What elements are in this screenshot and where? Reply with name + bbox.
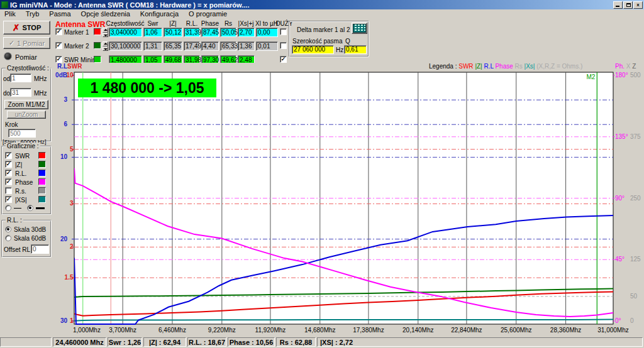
app-icon	[1, 1, 8, 8]
marker-value-cell: 31,39	[184, 28, 200, 37]
app-window: IG miniVNA - Mode : Antenna SWR ( COM18 …	[0, 0, 644, 348]
step-label: Krok	[5, 121, 18, 128]
to-frequency-input[interactable]	[10, 88, 31, 97]
x-tick-label: 6,460Mhz	[158, 327, 186, 334]
vna-plot[interactable]: M21 480 000 -> 1,050dB36102030105321.511…	[53, 63, 644, 336]
row-label: Marker 2	[64, 43, 89, 50]
marker-frequency-input[interactable]	[109, 28, 142, 37]
menu-item-plik[interactable]: Plik	[4, 10, 16, 18]
frequency-group-title: Częstotliwość :	[6, 65, 50, 72]
z-tick-label: 125	[630, 256, 641, 263]
calculator-button[interactable]	[352, 23, 367, 34]
traces-group-title: Graficznie :	[6, 143, 40, 150]
measure-led	[4, 52, 12, 60]
phase-tick-label: 45°	[615, 256, 625, 263]
phase-tick-label: 90°	[615, 195, 625, 202]
spin-down-icon[interactable]	[103, 46, 108, 52]
plot-area[interactable]	[74, 72, 613, 324]
marker-color-swatch	[94, 42, 101, 49]
offset-rl-input[interactable]	[31, 244, 49, 254]
rl-scale-group-title: R.L. :	[6, 217, 23, 224]
trace-checkbox-rs[interactable]	[5, 187, 12, 194]
menu-bar: PlikTrybPasmaOpcje śledzeniaKonfiguracja…	[0, 9, 644, 18]
duzy-checkbox-2[interactable]	[280, 42, 287, 49]
duzy-checkbox-1[interactable]	[280, 28, 287, 35]
menu-item-pasma[interactable]: Pasma	[49, 10, 70, 18]
row-checkbox-2[interactable]: ✓	[55, 42, 62, 49]
trace-label: R.L.	[15, 170, 26, 177]
close-icon: x	[636, 2, 639, 8]
x-tick-label: 11,920Mhz	[255, 327, 286, 334]
hz-label: Hz	[336, 46, 343, 53]
marker-frequency-input[interactable]	[109, 41, 142, 51]
x-tick-label: 9,220Mhz	[208, 327, 236, 334]
trace-label: |Z|	[15, 161, 22, 168]
thin-line-radio[interactable]	[5, 205, 11, 211]
row-checkbox-1[interactable]: ✓	[55, 28, 62, 35]
status-field: Rs : 62,88	[276, 337, 316, 347]
trace-label: |XS|	[15, 197, 27, 204]
menu-item-opcje-śledzenia[interactable]: Opcje śledzenia	[81, 10, 130, 18]
menu-item-o-programie[interactable]: O programie	[189, 10, 227, 18]
stop-button[interactable]: ✗ STOP	[3, 21, 50, 35]
column-header: Xl to µH	[255, 20, 278, 27]
column-header: Swr	[147, 20, 158, 27]
q-value: 0,61	[344, 45, 367, 54]
status-field: |Z| : 62,94	[143, 337, 186, 347]
from-frequency-input[interactable]	[10, 73, 31, 82]
menu-item-konfiguracja[interactable]: Konfiguracja	[140, 10, 179, 18]
single-measure-label: 1 Pomiar	[17, 40, 45, 47]
unzoom-button-label: unZoom	[15, 111, 38, 118]
duzy-checkbox-3[interactable]: ✓	[280, 56, 287, 63]
close-button[interactable]: x	[633, 1, 643, 9]
left-axis-header: R.LSWR	[57, 63, 82, 70]
trace-checkbox-phase[interactable]: ✓	[5, 178, 12, 185]
rl-scale-group: R.L. : Skala 30dB Skala 60dB Offset RL	[1, 220, 52, 258]
row-checkbox-3[interactable]: ✓	[55, 56, 62, 63]
marker-frequency-spinner[interactable]	[103, 41, 108, 51]
marker-color-swatch	[94, 28, 101, 35]
column-header: R.L.	[186, 20, 197, 27]
restore-button[interactable]	[623, 1, 633, 9]
thick-line-radio[interactable]	[27, 205, 33, 211]
status-field: Swr : 1,26	[108, 337, 142, 347]
column-header: |Xs|+j	[238, 20, 254, 27]
marker-value-cell: 65,35	[164, 41, 182, 51]
minimize-button[interactable]	[613, 1, 623, 9]
x-tick-label: 25,600Mhz	[501, 327, 531, 334]
trace-checkbox-rl[interactable]: ✓	[5, 170, 12, 177]
spin-down-icon[interactable]	[103, 33, 108, 38]
spin-up-icon[interactable]	[103, 28, 108, 33]
step-input[interactable]	[8, 129, 36, 138]
offset-rl-label: Offset RL	[4, 246, 30, 253]
single-measure-button[interactable]: ✓ 1 Pomiar	[3, 37, 50, 49]
trace-checkbox-xs[interactable]: ✓	[5, 196, 12, 203]
scale-60db-label: Skala 60dB	[14, 235, 46, 242]
phase-tick-label: 180°	[615, 72, 628, 79]
trace-checkbox-swr[interactable]: ✓	[5, 152, 12, 159]
marker-value-cell: 0,00	[256, 28, 278, 37]
marker-value-cell: 87,45	[201, 28, 219, 37]
zoom-m1-m2-button[interactable]: Zoom M1/M2	[4, 100, 48, 109]
calculator-icon	[353, 24, 366, 33]
marker-color-swatch	[94, 56, 101, 63]
trace-checkbox-z[interactable]: ✓	[5, 161, 12, 168]
marker-value-cell: 2,70	[238, 28, 255, 37]
delta-marker-title: Delta marker 1 al 2	[297, 26, 350, 33]
trace-color-swatch	[38, 196, 46, 203]
status-field: |XS| : 2,72	[317, 337, 643, 347]
scale-60db-radio[interactable]	[5, 235, 11, 241]
restore-icon	[626, 3, 631, 7]
measure-led-label: Pomiar	[15, 53, 37, 61]
scale-30db-radio[interactable]	[5, 226, 11, 232]
mhz-label-1: MHz	[34, 75, 47, 82]
column-header: Phase	[201, 20, 219, 27]
chart-area[interactable]: M21 480 000 -> 1,050dB36102030105321.511…	[53, 63, 644, 336]
check-icon: ✓	[9, 39, 14, 47]
unzoom-button[interactable]: unZoom	[7, 111, 46, 119]
menu-item-tryb[interactable]: Tryb	[26, 10, 40, 18]
z-tick-label: 500	[630, 72, 641, 79]
column-header: Rs	[225, 20, 232, 27]
marker-frequency-spinner[interactable]	[103, 28, 108, 37]
spin-up-icon[interactable]	[103, 41, 108, 46]
